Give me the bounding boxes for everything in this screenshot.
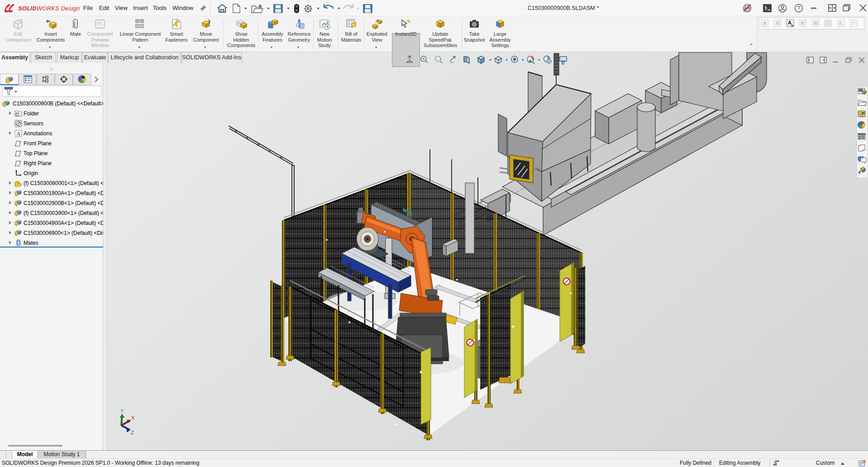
svg-text:Z: Z	[131, 430, 134, 435]
svg-text:A: A	[763, 20, 767, 26]
svg-text:A: A	[16, 131, 20, 137]
svg-text:A: A	[776, 20, 779, 26]
svg-text:Y: Y	[120, 408, 124, 414]
svg-text:X: X	[131, 415, 135, 420]
svg-text:A: A	[813, 20, 817, 26]
svg-text:!: !	[439, 24, 440, 27]
svg-text:?: ?	[797, 5, 801, 11]
svg-text:+: +	[804, 20, 806, 24]
